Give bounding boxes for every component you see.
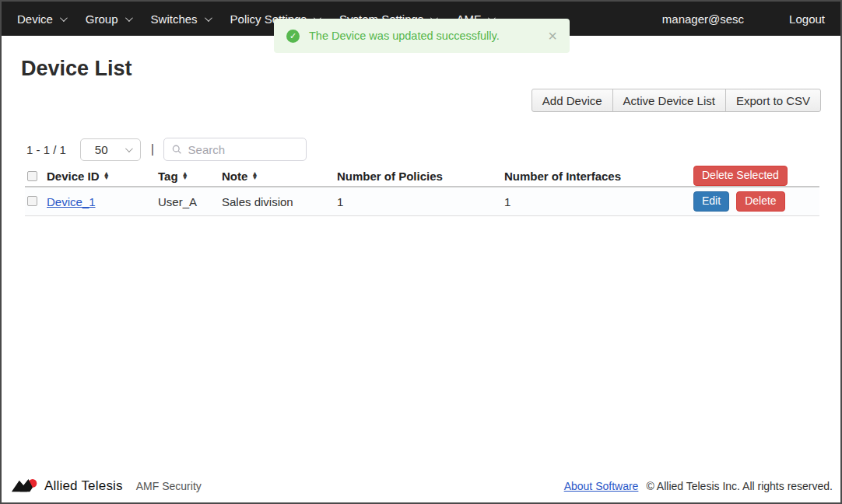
cell-num-policies: 1 <box>337 195 504 208</box>
device-table: Device ID ▲▼ Tag ▲▼ Note ▲▼ Number of Po… <box>25 166 819 216</box>
column-header-interfaces: Number of Interfaces <box>504 170 691 183</box>
toolbar: Add Device Active Device List Export to … <box>532 89 821 112</box>
sort-icon[interactable]: ▲▼ <box>251 172 258 180</box>
amf-security-app: { "navbar": { "items": [ { "label": "Dev… <box>0 0 842 504</box>
brand-name: Allied Telesis <box>44 478 123 494</box>
pagination-range: 1 - 1 / 1 <box>26 143 66 156</box>
sort-icon[interactable]: ▲▼ <box>103 172 110 180</box>
footer: Allied Telesis AMF Security About Softwa… <box>2 473 840 502</box>
chevron-down-icon <box>125 145 133 152</box>
toast-message: The Device was updated successfully. <box>309 30 500 42</box>
search-icon <box>172 144 181 155</box>
search-box <box>163 138 307 161</box>
nav-menu-device[interactable]: Device <box>17 12 65 26</box>
allied-telesis-logo <box>11 478 39 495</box>
nav-menu-switches[interactable]: Switches <box>151 12 210 26</box>
about-software-link[interactable]: About Software <box>564 480 639 492</box>
sort-icon[interactable]: ▲▼ <box>182 172 188 180</box>
select-all-checkbox[interactable] <box>27 171 37 181</box>
export-csv-button[interactable]: Export to CSV <box>725 89 821 112</box>
nav-menu-label: Switches <box>151 12 198 26</box>
search-input[interactable] <box>188 143 299 156</box>
chevron-down-icon <box>60 14 68 22</box>
logged-in-user: manager@sesc <box>662 12 744 26</box>
nav-menu-label: Group <box>86 12 118 26</box>
page-size-select[interactable]: 50 <box>80 138 141 161</box>
delete-button[interactable]: Delete <box>736 191 784 211</box>
nav-menu-label: Device <box>17 12 53 26</box>
controls-separator: | <box>151 142 154 157</box>
column-header-note[interactable]: Note ▲▼ <box>222 170 337 183</box>
add-device-button[interactable]: Add Device <box>532 89 613 112</box>
row-checkbox[interactable] <box>27 196 37 206</box>
column-header-device-id[interactable]: Device ID ▲▼ <box>47 170 158 183</box>
close-icon[interactable]: × <box>548 28 557 44</box>
column-header-tag[interactable]: Tag ▲▼ <box>158 170 222 183</box>
table-row: Device_1 User_A Sales division 1 1 Edit … <box>25 187 819 216</box>
logout-button[interactable]: Logout <box>789 12 825 26</box>
chevron-down-icon <box>125 14 133 22</box>
column-header-policies: Number of Policies <box>337 170 504 183</box>
device-id-link[interactable]: Device_1 <box>47 195 96 208</box>
table-header-row: Device ID ▲▼ Tag ▲▼ Note ▲▼ Number of Po… <box>25 166 819 187</box>
copyright-text: © Allied Telesis Inc. All rights reserve… <box>646 480 833 492</box>
page-title: Device List <box>21 57 132 81</box>
cell-num-interfaces: 1 <box>504 195 691 208</box>
brand: Allied Telesis AMF Security <box>11 478 202 495</box>
delete-selected-button[interactable]: Delete Selected <box>693 166 788 185</box>
active-device-list-button[interactable]: Active Device List <box>612 89 726 112</box>
nav-menu-group[interactable]: Group <box>86 12 131 26</box>
cell-tag: User_A <box>158 195 222 208</box>
success-toast: ✓ The Device was updated successfully. × <box>274 19 570 53</box>
success-check-icon: ✓ <box>286 30 300 43</box>
product-name: AMF Security <box>136 480 202 492</box>
edit-button[interactable]: Edit <box>693 191 729 211</box>
cell-note: Sales division <box>222 195 337 208</box>
page-size-value: 50 <box>95 143 108 156</box>
list-controls: 1 - 1 / 1 50 | <box>26 138 307 161</box>
chevron-down-icon <box>205 14 212 22</box>
